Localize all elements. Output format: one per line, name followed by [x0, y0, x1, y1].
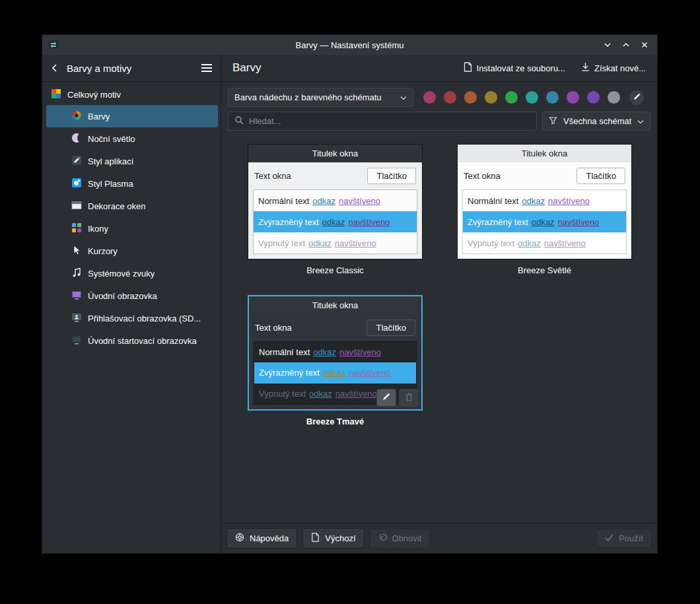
accent-swatch-green[interactable]: [505, 91, 518, 104]
preview-text-area: Normální text odkaz navštíveno Zvýrazněn…: [462, 189, 627, 254]
close-button[interactable]: [640, 40, 649, 50]
accent-swatch-orange[interactable]: [464, 91, 477, 104]
preview-highlighted-line: Zvýrazněný text odkaz navštíveno: [254, 362, 416, 383]
sidebar-item-label: Systémové zvuky: [88, 269, 155, 279]
preview-visited-link: navštíveno: [348, 217, 390, 227]
colors-icon: [71, 110, 82, 123]
filter-icon: [549, 116, 557, 127]
edit-scheme-button[interactable]: [376, 389, 396, 407]
sidebar-section-global-theme[interactable]: Celkový motiv: [42, 84, 221, 105]
sidebar-item-system-sounds[interactable]: Systémové zvuky: [46, 262, 218, 285]
scheme-preview-breeze-dark[interactable]: Titulek okna Text okna Tlačítko Normální…: [248, 295, 423, 411]
apply-button[interactable]: Použít: [596, 529, 652, 548]
preview-link: odkaz: [522, 196, 545, 206]
preview-link: odkaz: [518, 238, 541, 248]
preview-highlighted-line: Zvýrazněný text odkaz navštíveno: [254, 211, 417, 232]
scheme-filter-dropdown[interactable]: Všechna schémata: [542, 112, 650, 131]
sidebar-item-label: Styl aplikací: [88, 156, 133, 166]
accent-swatch-teal[interactable]: [526, 91, 538, 104]
sidebar-item-label: Barvy: [88, 112, 110, 121]
menu-button[interactable]: [201, 63, 213, 73]
scheme-preview-breeze-light[interactable]: Titulek okna Text okna Tlačítko Normální…: [457, 144, 632, 259]
sidebar-item-plasma-style[interactable]: Styl Plasma: [46, 172, 218, 195]
preview-link: odkaz: [322, 217, 345, 227]
reset-icon: [378, 533, 387, 544]
help-icon: [235, 533, 244, 544]
preview-window-text: Text okna: [255, 323, 292, 333]
chevron-down-icon: [400, 92, 407, 102]
system-sounds-icon: [71, 267, 82, 280]
login-screen-icon: [71, 312, 82, 325]
preview-link: odkaz: [313, 347, 336, 357]
get-new-button[interactable]: Získat nové...: [577, 59, 650, 77]
pen-icon: [633, 92, 641, 102]
global-theme-icon: [51, 88, 61, 101]
preview-button: Tlačítko: [367, 168, 416, 184]
sidebar-item-application-style[interactable]: Styl aplikací: [46, 150, 218, 172]
accent-swatch-red[interactable]: [444, 91, 456, 104]
minimize-button[interactable]: [603, 40, 612, 50]
preview-visited-link: navštíveno: [548, 196, 590, 206]
sidebar-item-label: Noční světlo: [88, 134, 135, 144]
sidebar-header: Barvy a motivy: [42, 55, 221, 82]
preview-window-titlebar: Titulek okna: [458, 145, 631, 162]
sidebar-item-boot-splash[interactable]: Úvodní startovací obrazovka: [46, 329, 218, 352]
reset-button[interactable]: Obnovit: [370, 529, 431, 549]
accent-swatch-violet[interactable]: [587, 91, 600, 104]
app-icon: [48, 40, 59, 50]
maximize-button[interactable]: [621, 40, 631, 50]
sidebar-item-login-screen[interactable]: Přihlašovací obrazovka (SD...: [46, 307, 218, 329]
splash-screen-icon: [71, 290, 82, 302]
scheme-cell-breeze-classic: Titulek okna Text okna Tlačítko Normální…: [248, 144, 423, 275]
accent-swatch-yellow[interactable]: [485, 91, 497, 104]
window-title: Barvy — Nastavení systému: [42, 40, 657, 50]
accent-swatch-pink[interactable]: [423, 91, 436, 104]
preview-visited-link: navštíveno: [335, 389, 377, 399]
sidebar-title: Barvy a motivy: [67, 63, 193, 74]
delete-scheme-button[interactable]: [399, 389, 419, 407]
preview-window-titlebar: Titulek okna: [248, 145, 422, 162]
accent-swatch-purple[interactable]: [567, 91, 579, 104]
preview-disabled-line: Vypnutý text odkaz navštíveno: [254, 232, 417, 253]
preview-visited-link: navštíveno: [339, 196, 380, 206]
custom-color-picker-button[interactable]: [629, 90, 644, 105]
search-input[interactable]: [249, 116, 530, 126]
accent-color-dropdown[interactable]: Barva nádechu z barevného schématu: [228, 88, 413, 107]
scheme-preview-breeze-classic[interactable]: Titulek okna Text okna Tlačítko Normální…: [248, 144, 423, 259]
search-field[interactable]: [228, 112, 537, 131]
sidebar-item-splash-screen[interactable]: Úvodní obrazovka: [46, 285, 218, 307]
preview-window-titlebar: Titulek okna: [249, 296, 421, 314]
back-button[interactable]: [50, 63, 59, 73]
preview-disabled-line: Vypnutý text odkaz navštíveno: [463, 232, 626, 253]
sidebar-item-label: Styl Plasma: [88, 179, 133, 189]
help-button[interactable]: Nápověda: [227, 528, 297, 549]
accent-swatch-gray[interactable]: [608, 91, 620, 104]
system-settings-window: Barvy — Nastavení systému Barvy a motivy: [42, 35, 657, 553]
sidebar-item-night-light[interactable]: Noční světlo: [46, 127, 218, 150]
check-icon: [605, 533, 613, 543]
preview-visited-link: navštíveno: [339, 347, 381, 357]
preview-visited-link: navštíveno: [335, 238, 376, 248]
titlebar: Barvy — Nastavení systému: [42, 35, 657, 55]
main-header: Barvy Instalovat ze souboru... Získat no…: [221, 55, 657, 82]
search-row: Všechna schémata: [221, 112, 657, 137]
defaults-button[interactable]: Výchozí: [302, 528, 364, 549]
main-panel: Barvy Instalovat ze souboru... Získat no…: [221, 55, 657, 553]
sidebar-item-label: Ikony: [88, 224, 108, 234]
preview-button: Tlačítko: [577, 168, 625, 184]
preview-highlighted-line: Zvýrazněný text odkaz navštíveno: [463, 211, 626, 232]
page-title: Barvy: [232, 61, 261, 75]
sidebar-item-colors[interactable]: Barvy: [46, 105, 218, 127]
preview-visited-link: navštíveno: [349, 368, 390, 378]
sidebar-item-cursors[interactable]: Kurzory: [46, 240, 218, 262]
sidebar-item-label: Dekorace oken: [88, 201, 145, 211]
install-from-file-button[interactable]: Instalovat ze souboru...: [459, 59, 570, 77]
accent-swatch-blue[interactable]: [546, 91, 559, 104]
preview-link: odkaz: [312, 196, 335, 206]
sidebar-item-window-decorations[interactable]: Dekorace oken: [46, 195, 218, 217]
pen-icon: [382, 393, 390, 403]
sidebar-item-icons[interactable]: Ikony: [46, 217, 218, 240]
sidebar-list: Celkový motiv Barvy Noční světlo Styl ap…: [42, 82, 221, 352]
window-decorations-icon: [71, 200, 82, 213]
icons-icon: [71, 222, 82, 235]
